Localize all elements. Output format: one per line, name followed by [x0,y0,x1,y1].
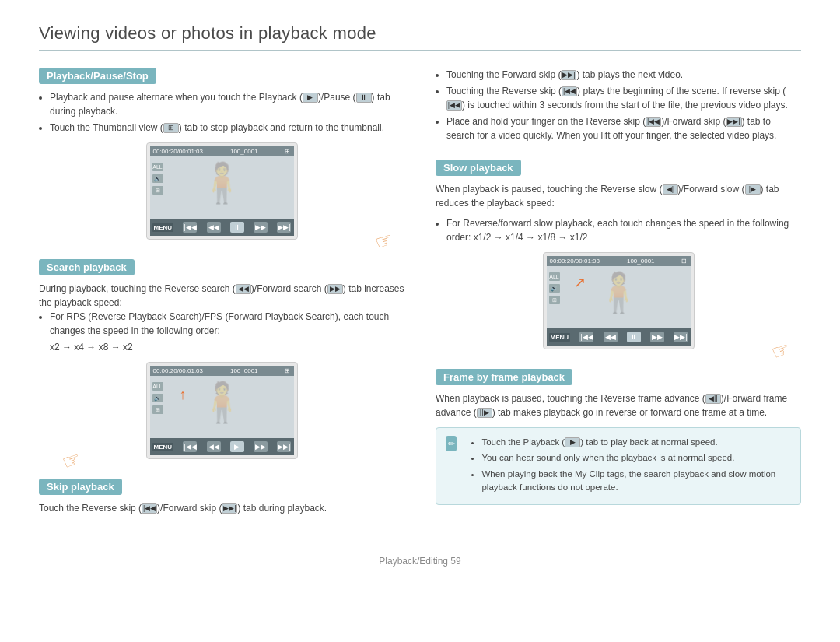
device-icons-1: ⊞ [285,148,290,155]
device-time-1: 00:00:20/00:01:03 [153,148,204,155]
skip-playback-text: Touch the Reverse skip (|◀◀)/Forward ski… [39,501,404,515]
hint-content: Touch the Playback (▶) tab to play back … [469,436,791,496]
hint-item-3: When playing back the My Clip tags, the … [481,468,791,495]
device-bottom-bar-2: MENU |◀◀ ◀◀ ▶ ▶▶ ▶▶| [150,438,294,455]
device-time-3: 00:00:20/00:01:03 [550,258,600,265]
left-column: Playback/Pause/Stop Playback and pause a… [39,68,404,532]
section-frame-playback: Frame by frame playback When playback is… [436,369,801,505]
ctrl-fwd-2: ▶▶ [254,441,268,452]
device-icons-3: ⊞ [681,258,687,265]
device-file-2: 100_0001 [230,367,258,374]
search-playback-item-1: For RPS (Reverse Playback Search)/FPS (F… [50,310,404,338]
title-divider [39,50,801,51]
ctrl-next-3: ▶▶| [674,332,688,342]
device-icons-2: ⊞ [285,367,290,374]
device-top-bar-2: 00:00:20/00:01:03 100_0001 ⊞ [150,366,294,376]
ctrl-rew-2: ◀◀ [207,441,221,452]
ctrl-prev-2: |◀◀ [183,441,197,452]
page-title: Viewing videos or photos in playback mod… [39,23,801,44]
device-slow: 00:00:20/00:01:03 100_0001 ⊞ ALL 🔊 ⊞ 🧍 ↗ [436,252,801,349]
rev-frame-btn: ◀|| [705,394,721,404]
device-screen-2: ALL 🔊 ⊞ 🧍 ↑ [150,376,294,438]
rev-skip-inline-3: |◀◀ [646,117,661,127]
main-content: Playback/Pause/Stop Playback and pause a… [39,68,801,532]
hint-icon: ✏ [446,436,457,451]
section-search-playback: Search playback During playback, touchin… [39,259,404,459]
heading-frame-playback: Frame by frame playback [436,369,572,385]
device-frame-3: 00:00:20/00:01:03 100_0001 ⊞ ALL 🔊 ⊞ 🧍 ↗ [543,252,695,349]
section-skip-playback: Skip playback Touch the Reverse skip (|◀… [39,479,404,515]
fwd-skip-btn: ▶▶| [222,503,237,514]
ctrl-rew-3: ◀◀ [604,332,618,342]
orange-arrow-3: ↗ [574,274,586,291]
fwd-slow-btn: |▶ [745,184,761,195]
menu-label-3: MENU [549,333,571,342]
all-icon-1: ALL [152,163,163,171]
device-bottom-bar-3: MENU |◀◀ ◀◀ ⏸ ▶▶ ▶▶| [547,328,691,346]
grid-icon-3: ⊞ [549,296,560,304]
finger-icon-2: ☞ [58,447,83,475]
silhouette-1: 🧍 [198,160,246,205]
play-btn-hint: ▶ [565,437,580,447]
ctrl-pause-1: ⏸ [230,222,244,233]
grid-icon-1: ⊞ [152,186,163,195]
fwd-search-btn: ▶▶ [327,284,343,294]
hint-list: Touch the Playback (▶) tab to play back … [469,436,791,494]
heading-playback-pause: Playback/Pause/Stop [39,68,156,84]
hint-box-inner: ✏ Touch the Playback (▶) tab to play bac… [446,436,791,496]
hint-box: ✏ Touch the Playback (▶) tab to play bac… [436,427,801,505]
thumb-btn-inline: ⊞ [163,123,179,133]
ctrl-play-2: ▶ [230,441,244,452]
pause-btn-inline: ⏸ [356,93,372,103]
device-screen-3: ALL 🔊 ⊞ 🧍 ↗ [547,266,691,328]
slow-playback-item-1: For Reverse/forward slow playback, each … [446,216,801,244]
finger-icon-1: ☞ [371,227,396,256]
finger-icon-3: ☞ [768,337,793,366]
forward-skip-list: Touching the Forward skip (▶▶|) tab play… [436,68,801,142]
section-playback-pause: Playback/Pause/Stop Playback and pause a… [39,68,404,240]
rev-skip-btn: |◀◀ [142,503,157,514]
section-forward-skip: Touching the Forward skip (▶▶|) tab play… [436,68,801,142]
device-top-bar-1: 00:00:20/00:01:03 100_0001 ⊞ [150,146,294,156]
ctrl-prev-1: |◀◀ [183,222,197,233]
forward-skip-item-1: Touching the Forward skip (▶▶|) tab play… [446,68,801,82]
sound-icon-2: 🔊 [152,394,163,402]
frame-playback-text: When playback is paused, touching the Re… [436,391,801,419]
orange-arrow-2: ↑ [180,387,187,403]
page-footer: Playback/Editing 59 [39,556,801,567]
ctrl-pause-3: ⏸ [627,332,641,342]
rev-search-btn: ◀◀ [236,284,251,294]
device-left-icons-3: ALL 🔊 ⊞ [549,272,560,304]
fwd-skip-inline-1: ▶▶| [561,70,576,80]
silhouette-2: 🧍 [198,380,246,425]
rev-skip-inline-1: |◀◀ [562,86,577,96]
device-left-icons-2: ALL 🔊 ⊞ [152,382,163,414]
device-time-2: 00:00:20/00:01:03 [153,367,204,374]
all-icon-2: ALL [152,382,163,391]
menu-label-2: MENU [152,443,174,451]
menu-label-1: MENU [152,223,174,232]
ctrl-next-1: ▶▶| [277,222,291,233]
playback-pause-item-2: Touch the Thumbnail view (⊞) tab to stop… [50,121,404,135]
hint-item-1: Touch the Playback (▶) tab to play back … [481,436,791,449]
rev-slow-btn: ◀| [663,184,678,195]
search-playback-intro: During playback, touching the Reverse se… [39,282,404,310]
search-playback-order: x2 → x4 → x8 → x2 [50,340,404,354]
ctrl-fwd-1: ▶▶ [254,222,268,233]
fwd-skip-inline-2: ▶▶| [726,117,742,127]
heading-search-playback: Search playback [39,259,135,275]
sound-icon-1: 🔊 [152,174,163,183]
slow-playback-intro: When playback is paused, touching the Re… [436,182,801,210]
device-playback: 00:00:20/00:01:03 100_0001 ⊞ ALL 🔊 ⊞ 🧍 [39,142,404,240]
forward-skip-item-3: Place and hold your finger on the Revers… [446,114,801,142]
ctrl-next-2: ▶▶| [277,441,291,452]
device-screen-1: ALL 🔊 ⊞ 🧍 [150,156,294,219]
device-file-3: 100_0001 [627,258,655,265]
heading-slow-playback: Slow playback [436,160,521,176]
all-icon-3: ALL [549,272,560,281]
slow-playback-list: For Reverse/forward slow playback, each … [436,216,801,244]
device-file-1: 100_0001 [230,148,258,155]
right-column: Touching the Forward skip (▶▶|) tab play… [436,68,801,532]
play-btn-inline: ▶ [303,93,318,103]
section-slow-playback: Slow playback When playback is paused, t… [436,160,801,349]
